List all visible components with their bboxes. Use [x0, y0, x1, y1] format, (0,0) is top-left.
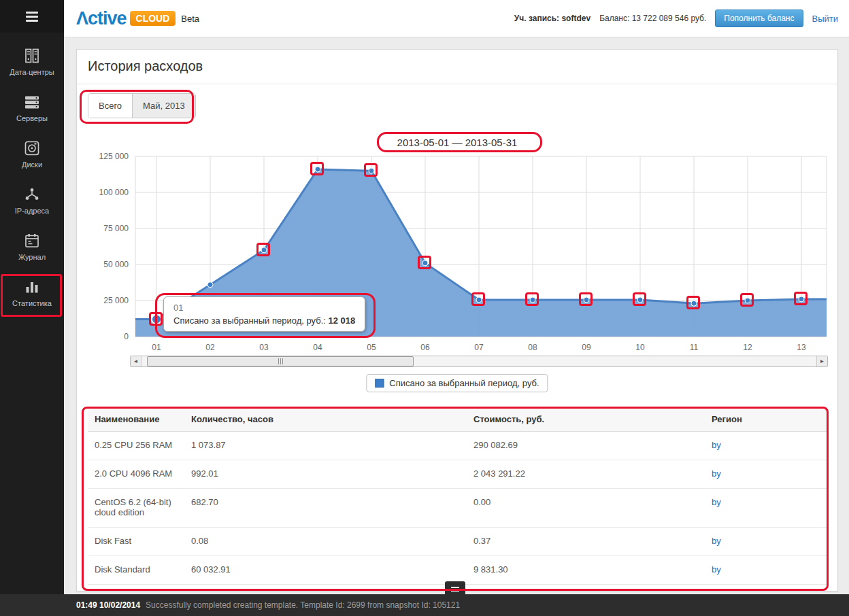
column-header-region: Регион: [705, 407, 828, 431]
sidebar-item-servers[interactable]: Серверы: [0, 84, 64, 131]
table-cell-region[interactable]: by: [705, 489, 828, 527]
table-row: 2.0 CPU 4096 RAM992.012 043 291.22by: [88, 460, 828, 489]
page-title: История расходов: [77, 50, 837, 84]
svg-text:10: 10: [635, 343, 645, 352]
scroll-left-button[interactable]: ◄: [131, 356, 142, 366]
chart-hscrollbar[interactable]: ◄ ►: [130, 356, 828, 367]
status-bar: 01:49 10/02/2014 Successfully completed …: [0, 594, 849, 616]
activecloud-logo[interactable]: Λctive CLOUD Beta: [76, 8, 199, 29]
svg-text:08: 08: [528, 343, 537, 352]
svg-text:03: 03: [259, 343, 269, 352]
sidebar-item-label: IP-адреса: [15, 207, 49, 215]
header-right: Уч. запись: softdev Баланс: 13 722 089 5…: [514, 10, 838, 27]
status-message: Successfully completed creating template…: [146, 600, 460, 610]
tab-total[interactable]: Всего: [88, 94, 132, 118]
svg-text:02: 02: [205, 343, 215, 352]
table-cell: 0.00: [467, 489, 705, 527]
svg-text:50 000: 50 000: [103, 260, 129, 269]
top-header: Λctive CLOUD Beta Уч. запись: softdev Ба…: [64, 0, 849, 37]
table-cell-region[interactable]: by: [705, 556, 828, 584]
datacenter-icon: [24, 48, 40, 64]
scrollbar-track[interactable]: [142, 356, 816, 366]
balance-value: 13 722 089 546 руб.: [632, 14, 707, 23]
sidebar-item-label: Статистика: [12, 299, 52, 307]
table-row: Disk Standard60 032.919 831.30by: [88, 556, 828, 585]
sidebar-item-label: Серверы: [16, 114, 48, 122]
sidebar-item-datacenters[interactable]: Дата-центры: [0, 38, 64, 84]
table-cell: 992.01: [184, 460, 467, 488]
topup-balance-button[interactable]: Пополнить баланс: [715, 10, 803, 27]
svg-text:13: 13: [797, 343, 806, 352]
svg-text:01: 01: [152, 343, 161, 352]
table-cell: 1 073.87: [184, 432, 467, 460]
svg-text:75 000: 75 000: [103, 224, 129, 233]
sidebar-item-disks[interactable]: Диски: [0, 131, 64, 177]
table-cell: CentOS 6.2 (64-bit) cloud edition: [88, 489, 184, 527]
legend-swatch-icon: [375, 379, 384, 388]
table-cell: 0.25 CPU 256 RAM: [88, 432, 184, 460]
servers-icon: [24, 94, 40, 110]
disk-icon: [24, 140, 40, 156]
column-header-cost: Стоимость, руб.: [467, 407, 705, 431]
table-cell: 9 831.30: [467, 556, 705, 584]
chart-tooltip: 01 Списано за выбранный период, руб.: 12…: [163, 296, 365, 332]
svg-text:06: 06: [420, 343, 430, 352]
account-name: softdev: [561, 14, 590, 23]
statusbar-collapse-handle[interactable]: [445, 581, 465, 596]
logo-active-text: Λctive: [76, 8, 127, 29]
scroll-right-button[interactable]: ►: [816, 356, 827, 366]
menu-toggle-button[interactable]: [0, 0, 64, 33]
journal-icon: [24, 233, 40, 249]
hamburger-icon: [26, 12, 38, 14]
svg-text:25 000: 25 000: [103, 296, 129, 305]
tooltip-day: 01: [173, 303, 355, 313]
table-row: CentOS 6.2 (64-bit) cloud edition682.700…: [88, 489, 828, 528]
table-cell-region[interactable]: by: [705, 528, 828, 555]
equals-icon: [451, 587, 459, 588]
account-info: Уч. запись: softdev: [514, 14, 590, 23]
bar-chart-icon: [24, 279, 40, 295]
table-cell-region[interactable]: by: [705, 432, 828, 460]
svg-text:05: 05: [367, 343, 376, 352]
table-cell: 2.0 CPU 4096 RAM: [88, 460, 184, 488]
beta-label: Beta: [181, 14, 199, 24]
sidebar: Дата-центры Серверы Диски IP-адреса: [0, 0, 64, 594]
scrollbar-thumb[interactable]: [147, 356, 414, 366]
svg-text:100 000: 100 000: [99, 188, 129, 197]
svg-text:12: 12: [743, 343, 752, 352]
table-cell-region[interactable]: by: [705, 460, 828, 488]
period-tabs: Всего Май, 2013: [88, 93, 196, 118]
chart-legend[interactable]: Списано за выбранный период, руб.: [366, 374, 548, 392]
table-cell: 0.08: [184, 528, 467, 555]
svg-text:125 000: 125 000: [99, 152, 129, 161]
table-body: 0.25 CPU 256 RAM1 073.87290 082.69by2.0 …: [88, 432, 828, 585]
table-cell: Disk Standard: [88, 556, 184, 584]
table-row: 0.25 CPU 256 RAM1 073.87290 082.69by: [88, 432, 828, 460]
svg-text:09: 09: [582, 343, 591, 352]
sidebar-item-ip-addresses[interactable]: IP-адреса: [0, 177, 64, 223]
logout-link[interactable]: Выйти: [812, 14, 839, 24]
status-timestamp: 01:49 10/02/2014: [76, 600, 140, 610]
table-cell: 682.70: [184, 489, 467, 527]
scrollbar-grip-icon: [278, 358, 283, 364]
table-cell: Disk Fast: [88, 528, 184, 555]
table-row: Disk Fast0.080.37by: [88, 528, 828, 556]
sidebar-nav: Дата-центры Серверы Диски IP-адреса: [0, 33, 64, 315]
network-icon: [24, 186, 40, 203]
table-cell: 0.37: [467, 528, 705, 555]
svg-text:11: 11: [690, 343, 699, 352]
svg-text:04: 04: [313, 343, 322, 352]
legend-label: Списано за выбранный период, руб.: [389, 378, 539, 388]
svg-text:07: 07: [474, 343, 484, 352]
sidebar-item-statistics[interactable]: Статистика: [0, 269, 64, 315]
usage-table: Наименование Количество, часов Стоимость…: [88, 407, 828, 585]
table-cell: 60 032.91: [184, 556, 467, 584]
sidebar-item-label: Дата-центры: [10, 68, 54, 76]
balance-info: Баланс: 13 722 089 546 руб.: [599, 14, 706, 23]
sidebar-item-journal[interactable]: Журнал: [0, 223, 64, 269]
svg-text:0: 0: [124, 332, 129, 341]
table-cell: 290 082.69: [467, 432, 705, 460]
tab-may-2013[interactable]: Май, 2013: [132, 94, 195, 118]
logo-cloud-badge: CLOUD: [130, 11, 176, 26]
table-cell: 2 043 291.22: [467, 460, 705, 488]
